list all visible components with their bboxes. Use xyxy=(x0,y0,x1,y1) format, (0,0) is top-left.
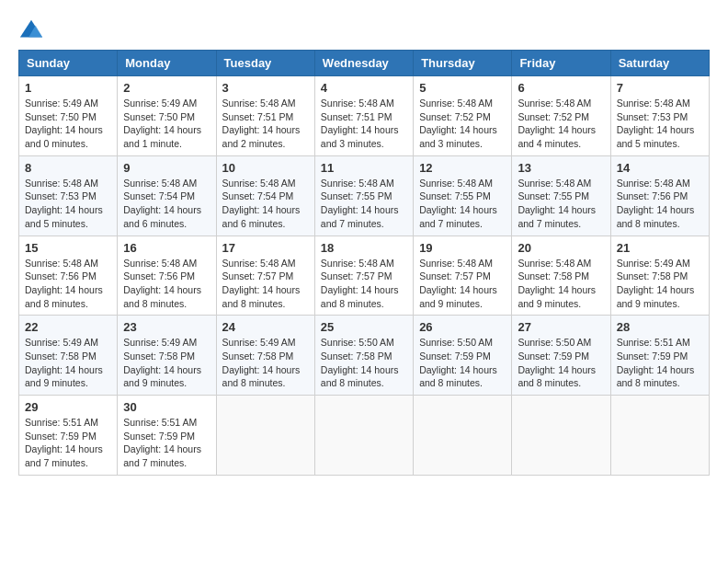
cell-line: Sunrise: 5:48 AM xyxy=(518,177,604,190)
cell-content: Sunrise: 5:50 AMSunset: 7:59 PMDaylight:… xyxy=(419,336,506,390)
cell-line: and 7 minutes. xyxy=(123,456,210,470)
calendar-table: SundayMondayTuesdayWednesdayThursdayFrid… xyxy=(18,50,710,476)
cell-line: and 8 minutes. xyxy=(321,297,407,311)
cell-line: Sunset: 7:59 PM xyxy=(419,350,506,363)
day-number: 8 xyxy=(25,161,111,175)
cell-content: Sunrise: 5:49 AMSunset: 7:58 PMDaylight:… xyxy=(222,336,309,390)
cell-line: Sunset: 7:55 PM xyxy=(321,190,407,203)
cell-line: Sunrise: 5:51 AM xyxy=(617,336,703,350)
cell-content: Sunrise: 5:48 AMSunset: 7:52 PMDaylight:… xyxy=(419,97,506,151)
day-number: 10 xyxy=(222,161,309,175)
cell-line: and 0 minutes. xyxy=(25,137,111,151)
calendar-cell: 7Sunrise: 5:48 AMSunset: 7:53 PMDaylight… xyxy=(610,76,709,156)
cell-line: Sunset: 7:58 PM xyxy=(222,350,309,363)
cell-line: and 5 minutes. xyxy=(25,217,111,231)
cell-line: Sunrise: 5:51 AM xyxy=(25,416,111,430)
calendar-body: 1Sunrise: 5:49 AMSunset: 7:50 PMDaylight… xyxy=(19,76,710,476)
calendar-cell xyxy=(512,396,610,476)
calendar-cell xyxy=(414,396,512,476)
cell-content: Sunrise: 5:48 AMSunset: 7:57 PMDaylight:… xyxy=(419,257,506,311)
week-row-2: 8Sunrise: 5:48 AMSunset: 7:53 PMDaylight… xyxy=(19,155,710,236)
cell-line: Sunrise: 5:51 AM xyxy=(123,416,210,430)
cell-line: Sunset: 7:55 PM xyxy=(419,190,506,203)
header-wednesday: Wednesday xyxy=(314,51,413,76)
cell-content: Sunrise: 5:50 AMSunset: 7:59 PMDaylight:… xyxy=(518,336,604,390)
cell-line: Sunrise: 5:48 AM xyxy=(123,177,210,190)
cell-line: Daylight: 14 hours xyxy=(25,283,111,297)
logo-icon xyxy=(18,18,44,44)
cell-line: Sunrise: 5:49 AM xyxy=(123,97,210,110)
header-sunday: Sunday xyxy=(19,51,118,76)
cell-line: Sunset: 7:52 PM xyxy=(518,110,604,124)
cell-line: Sunset: 7:57 PM xyxy=(222,270,309,283)
cell-line: Sunrise: 5:48 AM xyxy=(321,177,407,190)
cell-line: Daylight: 14 hours xyxy=(25,123,111,137)
day-number: 21 xyxy=(617,241,703,255)
cell-line: Sunrise: 5:49 AM xyxy=(222,336,309,350)
calendar-cell: 28Sunrise: 5:51 AMSunset: 7:59 PMDayligh… xyxy=(610,316,709,396)
calendar-cell: 22Sunrise: 5:49 AMSunset: 7:58 PMDayligh… xyxy=(19,316,118,396)
day-number: 3 xyxy=(222,81,309,95)
header-saturday: Saturday xyxy=(610,51,709,76)
page-header xyxy=(18,18,710,44)
day-number: 9 xyxy=(123,161,210,175)
cell-content: Sunrise: 5:51 AMSunset: 7:59 PMDaylight:… xyxy=(123,416,210,470)
cell-line: Sunrise: 5:48 AM xyxy=(222,257,309,270)
cell-content: Sunrise: 5:49 AMSunset: 7:58 PMDaylight:… xyxy=(617,257,703,311)
cell-line: Daylight: 14 hours xyxy=(419,363,506,377)
cell-line: and 8 minutes. xyxy=(123,297,210,311)
header-thursday: Thursday xyxy=(414,51,512,76)
day-number: 24 xyxy=(222,320,309,334)
cell-line: Sunset: 7:57 PM xyxy=(419,270,506,283)
calendar-cell: 2Sunrise: 5:49 AMSunset: 7:50 PMDaylight… xyxy=(118,76,216,156)
cell-line: Daylight: 14 hours xyxy=(321,283,407,297)
day-number: 27 xyxy=(518,320,604,334)
cell-line: Sunrise: 5:48 AM xyxy=(419,257,506,270)
cell-content: Sunrise: 5:48 AMSunset: 7:53 PMDaylight:… xyxy=(617,97,703,151)
calendar-cell: 23Sunrise: 5:49 AMSunset: 7:58 PMDayligh… xyxy=(118,316,216,396)
cell-line: and 1 minute. xyxy=(123,137,210,151)
cell-content: Sunrise: 5:48 AMSunset: 7:54 PMDaylight:… xyxy=(123,177,210,231)
day-number: 14 xyxy=(617,161,703,175)
cell-line: Sunrise: 5:49 AM xyxy=(25,97,111,110)
header-tuesday: Tuesday xyxy=(216,51,314,76)
day-number: 26 xyxy=(419,320,506,334)
cell-line: Sunrise: 5:50 AM xyxy=(518,336,604,350)
cell-line: Daylight: 14 hours xyxy=(123,203,210,217)
cell-line: Sunset: 7:53 PM xyxy=(617,110,703,124)
cell-line: Daylight: 14 hours xyxy=(321,203,407,217)
cell-content: Sunrise: 5:48 AMSunset: 7:51 PMDaylight:… xyxy=(222,97,309,151)
cell-line: Sunset: 7:58 PM xyxy=(25,350,111,363)
cell-line: Sunset: 7:57 PM xyxy=(321,270,407,283)
cell-line: and 2 minutes. xyxy=(222,137,309,151)
cell-line: and 3 minutes. xyxy=(321,137,407,151)
cell-line: Sunset: 7:58 PM xyxy=(518,270,604,283)
day-number: 17 xyxy=(222,241,309,255)
calendar-cell: 24Sunrise: 5:49 AMSunset: 7:58 PMDayligh… xyxy=(216,316,314,396)
cell-line: Daylight: 14 hours xyxy=(617,363,703,377)
header-friday: Friday xyxy=(512,51,610,76)
day-number: 4 xyxy=(321,81,407,95)
calendar-cell: 18Sunrise: 5:48 AMSunset: 7:57 PMDayligh… xyxy=(314,236,413,316)
cell-line: and 7 minutes. xyxy=(321,217,407,231)
cell-content: Sunrise: 5:51 AMSunset: 7:59 PMDaylight:… xyxy=(25,416,111,470)
cell-line: Daylight: 14 hours xyxy=(222,283,309,297)
cell-content: Sunrise: 5:49 AMSunset: 7:58 PMDaylight:… xyxy=(25,336,111,390)
cell-line: Sunrise: 5:50 AM xyxy=(321,336,407,350)
calendar-cell: 11Sunrise: 5:48 AMSunset: 7:55 PMDayligh… xyxy=(314,155,413,236)
calendar-cell: 17Sunrise: 5:48 AMSunset: 7:57 PMDayligh… xyxy=(216,236,314,316)
calendar-cell: 5Sunrise: 5:48 AMSunset: 7:52 PMDaylight… xyxy=(414,76,512,156)
cell-line: Sunset: 7:52 PM xyxy=(419,110,506,124)
cell-line: and 8 minutes. xyxy=(419,376,506,390)
calendar-cell: 3Sunrise: 5:48 AMSunset: 7:51 PMDaylight… xyxy=(216,76,314,156)
logo xyxy=(18,18,48,44)
cell-line: and 9 minutes. xyxy=(617,297,703,311)
cell-line: and 9 minutes. xyxy=(123,376,210,390)
cell-line: Sunset: 7:58 PM xyxy=(321,350,407,363)
cell-line: Daylight: 14 hours xyxy=(419,203,506,217)
cell-line: and 8 minutes. xyxy=(321,376,407,390)
cell-line: Daylight: 14 hours xyxy=(419,123,506,137)
day-number: 16 xyxy=(123,241,210,255)
cell-content: Sunrise: 5:48 AMSunset: 7:58 PMDaylight:… xyxy=(518,257,604,311)
cell-line: Sunrise: 5:48 AM xyxy=(123,257,210,270)
